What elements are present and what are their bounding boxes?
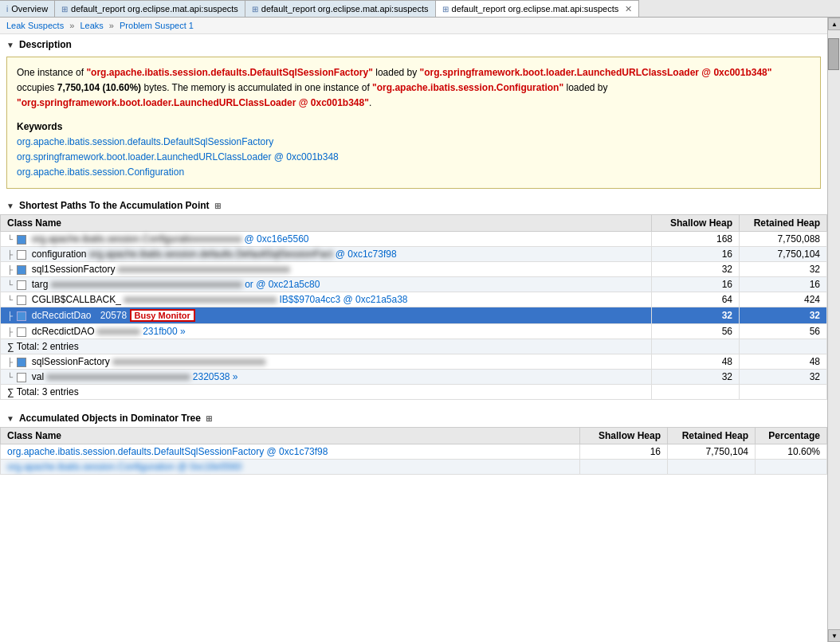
table-cell-shallow: 48 [652,354,740,370]
tab-suspects1[interactable]: ⊞ default_report org.eclipse.mat.api:sus… [55,0,245,17]
shortest-paths-icon[interactable]: ⊞ [214,202,221,210]
table-cell-class: ├ configuration org.apache.ibatis.sessio… [1,247,652,262]
table-cell-shallow: 16 [652,277,740,292]
table-row: └ org.apache.ibatis.session.Configuratio… [1,232,827,247]
table-row: ├ dcRecdictDAO xxxxxxxxx 231fb00 » 56 56 [1,324,827,339]
tab-overview[interactable]: i Overview [0,0,55,17]
table-cell-class: └ targ xxxxxxxxxxxxxxxxxxxxxxxxxxxxxxxxx… [1,277,652,292]
tab-close-button[interactable]: ✕ [625,4,632,14]
total-text: ∑ Total: 3 entries [7,386,79,397]
table-cell-shallow: 16 [580,444,668,460]
page-scroll-area[interactable]: Leak Suspects » Leaks » Problem Suspect … [0,18,827,629]
tab-suspects2[interactable]: ⊞ default_report org.eclipse.mat.api:sus… [245,0,436,17]
table-row: └ val xxxxxxxxxxxxxxxxxxxxxxxxxxxxxx 232… [1,370,827,385]
field-name: val [32,371,44,382]
table-cell-retained [740,385,827,400]
breadcrumb: Leak Suspects » Leaks » Problem Suspect … [0,18,827,34]
breadcrumb-leaks[interactable]: Leaks [80,21,103,30]
address-link[interactable]: or @ 0xc21a5c80 [245,279,320,290]
table-cell-shallow: 32 [652,370,740,385]
obj-icon [17,296,26,305]
tree-expand-icon[interactable]: ├ [7,265,13,274]
total-text: ∑ Total: 2 entries [7,341,79,352]
tree-expand-icon[interactable]: └ [7,235,13,244]
value-text: 20578 [100,310,127,321]
keyword-1[interactable]: org.apache.ibatis.session.defaults.Defau… [17,135,811,150]
tree-expand-icon[interactable]: └ [7,280,13,289]
tree-expand-icon[interactable]: ├ [7,327,13,336]
class-blur: xxxxxxxxxxxxxxxxxxxxxxxxxxxxxxxxxxxxxxxx [51,279,242,290]
size-ref: 7,750,104 (10.60%) [57,82,141,93]
shortest-paths-triangle[interactable]: ▼ [6,202,14,210]
table-cell-class: ├ dcRecdictDao 20578 Busy Monitor [1,307,652,324]
scroll-thumb[interactable] [828,38,839,70]
obj-icon [17,250,26,260]
tree-expand-icon[interactable]: ├ [7,311,13,320]
table-row-total: ∑ Total: 3 entries [1,385,827,400]
obj-icon [17,327,26,337]
tab-suspects3-label: default_report org.eclipse.mat.api:suspe… [452,4,619,14]
accumulated-table-wrapper: Class Name Shallow Heap Retained Heap Pe… [0,427,827,475]
breadcrumb-sep2: » [109,21,114,30]
description-title: Description [19,39,72,50]
scroll-track[interactable] [828,30,840,629]
table-cell-retained: 7,750,104 [740,247,827,262]
scroll-down-btn[interactable]: ▼ [828,629,840,642]
table-row: ├ configuration org.apache.ibatis.sessio… [1,247,827,262]
table-cell-class: └ CGLIB$CALLBACK_ xxxxxxxxxxxxxxxxxxxxxx… [1,292,652,307]
address-link[interactable]: 231fb00 » [143,326,185,337]
address-link[interactable]: @ 0xc16e5560 [245,233,309,245]
address-link[interactable]: IB$$970a4cc3 @ 0xc21a5a38 [280,294,408,305]
col-class-name: Class Name [1,428,580,444]
right-scrollbar[interactable]: ▲ ▼ [827,18,840,642]
keywords-section: Keywords org.apache.ibatis.session.defau… [17,119,811,181]
tree-expand-icon[interactable]: ├ [7,250,13,259]
obj-icon [17,358,26,367]
obj-icon [17,265,26,275]
table-cell-class: └ org.apache.ibatis.session.Configuratio… [1,232,652,247]
suspects1-icon: ⊞ [61,5,68,14]
scroll-up-btn[interactable]: ▲ [828,18,840,30]
accumulated-section: ▼ Accumulated Objects in Dominator Tree … [0,408,827,475]
field-name: dcRecdictDAO [32,326,95,337]
class-blur: xxxxxxxxxxxxxxxxxxxxxxxxxxxxxxxxxxxx [118,264,290,275]
table-cell-total: ∑ Total: 3 entries [1,385,652,400]
table-cell-class: org.apache.ibatis.session.defaults.Defau… [1,444,580,460]
table-row: org.apache.ibatis.session.Configuration … [1,460,827,475]
class-blur: org.apache.ibatis.session.defaults.Defau… [89,249,333,260]
table-cell-class: ├ sqlSessionFactory xxxxxxxxxxxxxxxxxxxx… [1,354,652,370]
class-link-1[interactable]: org.apache.ibatis.session.defaults.Defau… [7,446,328,457]
overview-icon: i [6,5,8,14]
keyword-2[interactable]: org.springframework.boot.loader.Launched… [17,150,811,165]
tree-expand-icon[interactable]: └ [7,296,13,304]
table-cell-retained: 32 [740,307,827,324]
breadcrumb-leak-suspects[interactable]: Leak Suspects [6,21,64,30]
table-row: ├ dcRecdictDao 20578 Busy Monitor 32 32 [1,307,827,324]
table-row: └ CGLIB$CALLBACK_ xxxxxxxxxxxxxxxxxxxxxx… [1,292,827,307]
address-link[interactable]: @ 0xc1c73f98 [336,249,397,260]
accumulated-triangle[interactable]: ▼ [6,414,14,423]
breadcrumb-problem-suspect[interactable]: Problem Suspect 1 [120,21,194,30]
class-ref-1: "org.apache.ibatis.session.defaults.Defa… [86,67,372,78]
description-section-header: ▼ Description [0,34,827,53]
tree-expand-icon[interactable]: ├ [7,358,13,366]
tab-suspects1-label: default_report org.eclipse.mat.api:suspe… [71,4,238,14]
accumulated-icon[interactable]: ⊞ [206,414,212,423]
table-cell-percentage [756,460,827,475]
accumulated-title: Accumulated Objects in Dominator Tree [19,413,201,424]
description-text: One instance of "org.apache.ibatis.sessi… [17,65,811,112]
description-triangle[interactable]: ▼ [6,41,14,49]
shortest-paths-header: ▼ Shortest Paths To the Accumulation Poi… [0,195,827,214]
col-shallow-heap: Shallow Heap [580,428,668,444]
address-link[interactable]: 2320538 » [193,371,238,382]
keyword-3[interactable]: org.apache.ibatis.session.Configuration [17,165,811,180]
table-cell-class: └ val xxxxxxxxxxxxxxxxxxxxxxxxxxxxxx 232… [1,370,652,385]
table-cell-shallow: 16 [652,247,740,262]
accumulated-table: Class Name Shallow Heap Retained Heap Pe… [0,427,827,475]
tree-expand-icon[interactable]: └ [7,373,13,382]
table-cell-retained [740,339,827,354]
shortest-paths-table: Class Name Shallow Heap Retained Heap └ … [0,214,827,400]
class-link-2[interactable]: org.apache.ibatis.session.Configuration … [7,461,241,472]
class-ref-3: "org.apache.ibatis.session.Configuration… [372,82,563,93]
tab-suspects3[interactable]: ⊞ default_report org.eclipse.mat.api:sus… [436,0,640,18]
